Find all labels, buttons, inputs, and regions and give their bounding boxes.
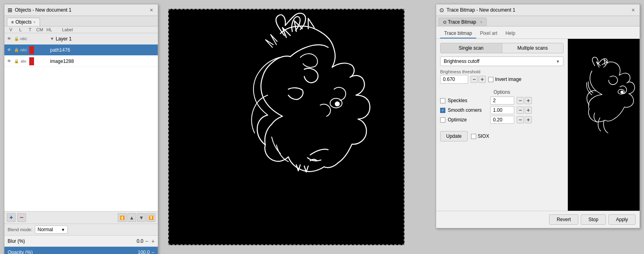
tab-objects[interactable]: ≡ Objects × bbox=[7, 18, 40, 26]
revert-button[interactable]: Revert bbox=[549, 214, 578, 225]
blend-mode-select[interactable]: Normal ▼ bbox=[35, 226, 68, 234]
list-item[interactable]: 👁 🔒 abc image1288 bbox=[4, 56, 158, 67]
smooth-corners-checkbox[interactable] bbox=[440, 108, 445, 113]
trace-tab[interactable]: ⊙ Trace Bitmap × bbox=[439, 18, 487, 26]
brightness-increase-button[interactable]: + bbox=[479, 76, 486, 83]
options-section: Options Speckles − + Smooth corners bbox=[440, 87, 564, 125]
layer-icons: 👁 🔒 ABC bbox=[6, 36, 50, 42]
multiple-scans-button[interactable]: Multiple scans bbox=[502, 43, 564, 53]
objects-panel-title: ⊞ Objects - New document 1 bbox=[8, 7, 71, 13]
method-dropdown[interactable]: Brightness cutoff ▼ bbox=[440, 56, 564, 66]
blur-label: Blur (%) bbox=[6, 238, 127, 244]
trace-preview-image bbox=[570, 57, 638, 193]
svg-rect-0 bbox=[169, 10, 404, 244]
smooth-corners-increase-button[interactable]: + bbox=[525, 107, 532, 114]
objects-bottom-toolbar: + − ⏫ ▲ ▼ ⏬ bbox=[4, 211, 158, 224]
objects-tab-close[interactable]: × bbox=[33, 20, 36, 24]
blend-mode-arrow-icon: ▼ bbox=[61, 228, 65, 232]
brightness-decrease-button[interactable]: − bbox=[471, 76, 478, 83]
stop-button[interactable]: Stop bbox=[581, 214, 606, 225]
speckles-row: Speckles − + bbox=[440, 97, 564, 105]
siox-checkbox[interactable] bbox=[471, 134, 476, 139]
method-dropdown-value: Brightness cutoff bbox=[444, 58, 479, 64]
col-l: L bbox=[16, 27, 25, 32]
col-v: V bbox=[6, 27, 16, 32]
objects-icon: ⊞ bbox=[8, 7, 12, 13]
optimize-checkbox[interactable] bbox=[440, 117, 445, 123]
col-t: T bbox=[25, 27, 35, 32]
smooth-corners-stepper: − + bbox=[517, 107, 532, 114]
trace-tab-close[interactable]: × bbox=[480, 20, 482, 24]
optimize-row: Optimize − + bbox=[440, 116, 564, 124]
canvas-area bbox=[162, 0, 411, 254]
speckles-stepper: − + bbox=[517, 97, 532, 104]
optimize-increase-button[interactable]: + bbox=[525, 116, 532, 123]
smooth-corners-label: Smooth corners bbox=[448, 107, 488, 113]
optimize-decrease-button[interactable]: − bbox=[517, 116, 524, 123]
invert-label: Invert image bbox=[495, 77, 521, 82]
column-headers: V L T CM HL Label bbox=[4, 26, 158, 33]
speckles-input[interactable] bbox=[490, 97, 514, 105]
trace-panel-title: ⊙ Trace Bitmap - New document 1 bbox=[439, 7, 515, 13]
update-button[interactable]: Update bbox=[440, 131, 468, 141]
brightness-stepper: − + bbox=[471, 76, 486, 83]
trace-panel-content: Single scan Multiple scans Brightness cu… bbox=[436, 39, 640, 211]
optimize-input[interactable] bbox=[490, 116, 514, 124]
method-dropdown-arrow-icon: ▼ bbox=[556, 59, 560, 64]
objects-tab-label: Objects bbox=[15, 19, 32, 25]
opacity-label: Opacity (%) bbox=[6, 250, 134, 254]
trace-tab-label: Trace Bitmap bbox=[448, 19, 476, 25]
blur-remove-button[interactable]: − bbox=[143, 238, 150, 244]
invert-row: Invert image bbox=[488, 77, 521, 82]
brightness-input[interactable] bbox=[440, 75, 468, 84]
layer-arrow-icon: ▼ bbox=[50, 36, 54, 41]
list-item[interactable]: 👁 🔒 ABC path1476 bbox=[4, 44, 158, 56]
objects-panel-close-button[interactable]: × bbox=[148, 7, 155, 13]
brightness-input-row: − + Invert image bbox=[440, 75, 564, 84]
list-item[interactable]: 👁 🔒 ABC ▼ Layer 1 bbox=[4, 33, 158, 44]
speckles-checkbox[interactable] bbox=[440, 98, 445, 103]
col-hl: HL bbox=[44, 27, 54, 32]
order-buttons: ⏫ ▲ ▼ ⏬ bbox=[118, 213, 155, 222]
trace-preview bbox=[568, 39, 640, 211]
opacity-value: 100.0 bbox=[134, 250, 150, 254]
move-to-top-button[interactable]: ⏫ bbox=[118, 213, 127, 222]
blur-row: Blur (%) 0.0 − + bbox=[4, 235, 158, 246]
tab-help[interactable]: Help bbox=[501, 29, 519, 38]
tab-trace-bitmap[interactable]: Trace bitmap bbox=[440, 29, 476, 38]
canvas-image[interactable] bbox=[168, 9, 405, 245]
speckles-increase-button[interactable]: + bbox=[525, 97, 532, 104]
single-scan-button[interactable]: Single scan bbox=[441, 43, 502, 53]
scan-mode-buttons: Single scan Multiple scans bbox=[440, 43, 564, 53]
optimize-stepper: − + bbox=[517, 116, 532, 123]
layer-name: Layer 1 bbox=[56, 36, 156, 42]
opacity-remove-button[interactable]: − bbox=[150, 249, 156, 254]
eye-icon: 👁 bbox=[6, 58, 12, 65]
image-name: image1288 bbox=[50, 58, 156, 64]
invert-checkbox[interactable] bbox=[488, 77, 493, 82]
smooth-corners-decrease-button[interactable]: − bbox=[517, 107, 524, 114]
objects-panel-titlebar: ⊞ Objects - New document 1 × bbox=[4, 4, 158, 16]
blur-add-button[interactable]: + bbox=[150, 238, 156, 244]
speckles-label: Speckles bbox=[448, 98, 488, 103]
speckles-decrease-button[interactable]: − bbox=[517, 97, 524, 104]
path-icons: 👁 🔒 ABC bbox=[6, 46, 50, 54]
smooth-corners-input[interactable] bbox=[490, 106, 514, 114]
svg-rect-3 bbox=[570, 57, 638, 193]
brightness-label: Brightness threshold bbox=[440, 69, 564, 74]
trace-panel-close-button[interactable]: × bbox=[630, 7, 636, 13]
apply-button[interactable]: Apply bbox=[608, 214, 636, 225]
objects-tab-icon: ≡ bbox=[11, 20, 14, 24]
blend-mode-label: Blend mode: bbox=[8, 227, 32, 232]
remove-object-button[interactable]: − bbox=[17, 213, 26, 222]
siox-row: SIOX bbox=[471, 133, 489, 139]
tab-pixel-art[interactable]: Pixel art bbox=[476, 29, 501, 38]
move-up-button[interactable]: ▲ bbox=[127, 213, 136, 222]
move-to-bottom-button[interactable]: ⏬ bbox=[147, 213, 155, 222]
canvas-wrapper bbox=[168, 7, 405, 247]
move-down-button[interactable]: ▼ bbox=[137, 213, 146, 222]
add-object-button[interactable]: + bbox=[7, 213, 16, 222]
trace-panel-titlebar: ⊙ Trace Bitmap - New document 1 × bbox=[436, 4, 640, 16]
trace-panel-title-text: Trace Bitmap - New document 1 bbox=[447, 7, 515, 13]
col-cm: CM bbox=[35, 27, 44, 32]
